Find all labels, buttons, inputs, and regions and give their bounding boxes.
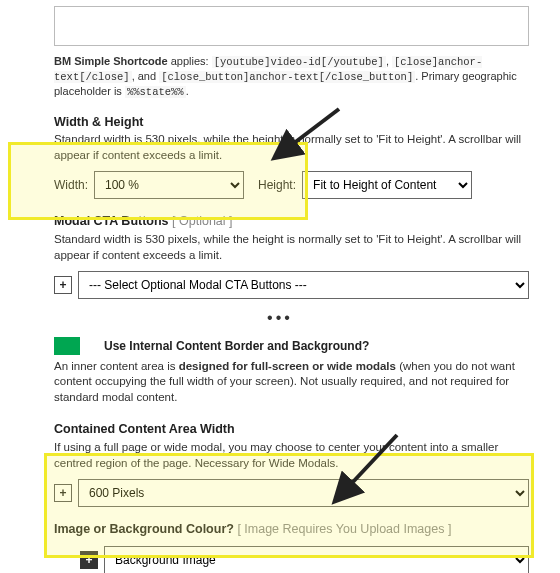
height-label: Height: <box>258 177 296 193</box>
shortcode-label: BM Simple Shortcode <box>54 55 168 67</box>
width-select[interactable]: 100 % <box>94 171 244 199</box>
width-label: Width: <box>54 177 88 193</box>
expand-icon[interactable]: + <box>80 551 98 569</box>
shortcode-state: %%state%% <box>125 86 186 98</box>
border-toggle[interactable] <box>54 337 98 355</box>
border-desc: An inner content area is designed for fu… <box>54 359 529 406</box>
modal-cta-title: Modal CTA Buttons [ Optional ] <box>54 213 529 230</box>
shortcode-youtube: [youtube]video-id[/youtube] <box>212 56 386 68</box>
width-height-row: Width: 100 % Height: Fit to Height of Co… <box>54 171 529 199</box>
modal-cta-select[interactable]: --- Select Optional Modal CTA Buttons --… <box>78 271 529 299</box>
border-toggle-row: Use Internal Content Border and Backgrou… <box>54 337 529 355</box>
border-toggle-label: Use Internal Content Border and Backgrou… <box>104 338 369 354</box>
height-select[interactable]: Fit to Height of Content <box>302 171 472 199</box>
modal-cta-desc: Standard width is 530 pixels, while the … <box>54 232 529 263</box>
contained-width-select[interactable]: 600 Pixels <box>78 479 529 507</box>
imgbg-select[interactable]: Background Image <box>104 546 529 573</box>
contained-width-title: Contained Content Area Width <box>54 421 529 438</box>
shortcode-help: BM Simple Shortcode applies: [youtube]vi… <box>54 54 529 100</box>
divider-dots-icon: ••• <box>12 307 548 329</box>
imgbg-title: Image or Background Colour? [ Image Requ… <box>54 521 529 538</box>
shortcode-close-button: [close_button]anchor-text[/close_button] <box>159 71 415 83</box>
expand-icon[interactable]: + <box>54 484 72 502</box>
contained-width-desc: If using a full page or wide modal, you … <box>54 440 529 471</box>
content-preview-box <box>54 6 529 46</box>
width-height-title: Width & Height <box>54 114 529 131</box>
expand-icon[interactable]: + <box>54 276 72 294</box>
width-height-desc: Standard width is 530 pixels, while the … <box>54 132 529 163</box>
